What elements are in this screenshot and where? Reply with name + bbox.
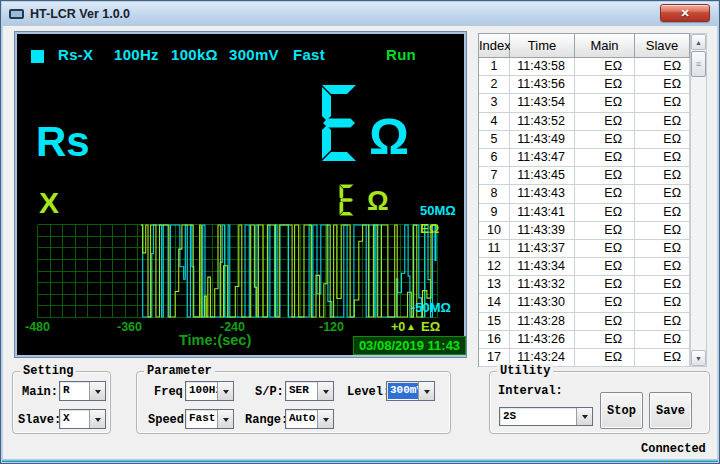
table-row[interactable]: 411:43:52EΩEΩ [479, 113, 690, 131]
table-row[interactable]: 311:43:54EΩEΩ [479, 94, 690, 112]
cell-time: 11:43:45 [510, 167, 575, 185]
cell-index: 15 [479, 313, 510, 331]
cell-time: 11:43:54 [510, 94, 575, 112]
slave-overload-E-seven-segment [339, 184, 354, 216]
title-bar: HT-LCR Ver 1.0.0 [2, 2, 718, 26]
cell-main: EΩ [575, 258, 635, 276]
level-combobox[interactable]: 300mV [386, 381, 435, 401]
scale-bottom-label: -50MΩ [411, 300, 451, 315]
cell-index: 14 [479, 294, 510, 312]
cell-slave: EΩ [635, 113, 690, 131]
header-time[interactable]: Time [510, 34, 575, 58]
cell-main: EΩ [575, 58, 635, 76]
cell-main: EΩ [575, 240, 635, 258]
table-row[interactable]: 211:43:56EΩEΩ [479, 76, 690, 94]
cell-slave: EΩ [635, 276, 690, 294]
cell-time: 11:43:56 [510, 76, 575, 94]
dropdown-arrow-icon[interactable] [317, 382, 333, 400]
cell-index: 16 [479, 331, 510, 349]
cell-slave: EΩ [635, 258, 690, 276]
cell-slave: EΩ [635, 240, 690, 258]
cell-time: 11:43:43 [510, 185, 575, 203]
setting-groupbox: Setting Main: R Slave: X [12, 371, 111, 434]
table-row[interactable]: 911:43:41EΩEΩ [479, 204, 690, 222]
sp-label: S/P: [255, 385, 284, 399]
cell-time: 11:43:34 [510, 258, 575, 276]
cell-time: 11:43:26 [510, 331, 575, 349]
cell-slave: EΩ [635, 131, 690, 149]
close-button[interactable]: ✕ [660, 4, 710, 22]
lcd-display: Rs-X 100Hz 100kΩ 300mV Fast Run Rs Ω X [15, 32, 466, 357]
interval-label: Interval: [498, 384, 563, 398]
sp-combobox[interactable]: SER [285, 381, 334, 401]
table-row[interactable]: 111:43:58EΩEΩ [479, 58, 690, 76]
cell-slave: EΩ [635, 185, 690, 203]
scroll-down-icon[interactable]: ▼ [691, 350, 706, 366]
dropdown-arrow-icon[interactable] [418, 382, 434, 400]
dropdown-arrow-icon[interactable] [217, 410, 233, 428]
x-tick-label: -360 [117, 320, 142, 334]
dropdown-arrow-icon[interactable] [89, 410, 105, 428]
dropdown-arrow-icon[interactable] [217, 382, 233, 400]
status-frequency: 100Hz [114, 46, 159, 63]
cell-slave: EΩ [635, 331, 690, 349]
cell-time: 11:43:47 [510, 149, 575, 167]
table-row[interactable]: 1011:43:39EΩEΩ [479, 222, 690, 240]
cell-index: 2 [479, 76, 510, 94]
save-button[interactable]: Save [649, 392, 692, 429]
cell-time: 11:43:49 [510, 131, 575, 149]
connection-status: Connected [641, 442, 706, 456]
scale-top-label: 50MΩ [420, 203, 456, 218]
cell-main: EΩ [575, 294, 635, 312]
cell-time: 11:43:32 [510, 276, 575, 294]
cell-slave: EΩ [635, 76, 690, 94]
status-speed: Fast [293, 46, 325, 63]
dropdown-arrow-icon[interactable] [576, 408, 592, 425]
table-row[interactable]: 1411:43:30EΩEΩ [479, 294, 690, 312]
table-row[interactable]: 1211:43:34EΩEΩ [479, 258, 690, 276]
app-icon [9, 9, 24, 19]
interval-combobox[interactable]: 2S [499, 407, 593, 426]
cell-main: EΩ [575, 349, 635, 367]
table-row[interactable]: 711:43:45EΩEΩ [479, 167, 690, 185]
table-row[interactable]: 811:43:43EΩEΩ [479, 185, 690, 203]
cell-index: 12 [479, 258, 510, 276]
app-window: HT-LCR Ver 1.0.0 ✕ Rs-X 100Hz 100kΩ 300m… [0, 0, 720, 464]
scroll-thumb[interactable]: ≡ [691, 51, 706, 77]
table-row[interactable]: 1611:43:26EΩEΩ [479, 331, 690, 349]
main-select-combobox[interactable]: R [59, 381, 106, 401]
freq-combobox[interactable]: 100Hz [185, 381, 234, 401]
table-row[interactable]: 1111:43:37EΩEΩ [479, 240, 690, 258]
range-label: Range: [245, 413, 288, 427]
cell-time: 11:43:58 [510, 58, 575, 76]
header-index[interactable]: Index [479, 34, 510, 58]
cell-main: EΩ [575, 76, 635, 94]
stop-button[interactable]: Stop [600, 392, 643, 429]
cell-slave: EΩ [635, 204, 690, 222]
x-tick-label: -480 [25, 320, 50, 334]
status-level: 300mV [229, 46, 279, 63]
header-main[interactable]: Main [575, 34, 635, 58]
speed-combobox[interactable]: Fast [185, 409, 234, 429]
table-row[interactable]: 611:43:47EΩEΩ [479, 149, 690, 167]
axis-end-marker-icon: ▲ [406, 321, 416, 332]
cell-main: EΩ [575, 313, 635, 331]
vertical-scrollbar[interactable]: ▲ ≡ ▼ [690, 33, 707, 367]
parameter-groupbox: Parameter Freq: 100Hz S/P: SER Level: 30… [136, 371, 451, 434]
dropdown-arrow-icon[interactable] [89, 382, 105, 400]
cell-slave: EΩ [635, 94, 690, 112]
window-title: HT-LCR Ver 1.0.0 [30, 7, 130, 21]
cell-time: 11:43:37 [510, 240, 575, 258]
cell-main: EΩ [575, 167, 635, 185]
table-row[interactable]: 1311:43:32EΩEΩ [479, 276, 690, 294]
level-label: Level: [347, 385, 390, 399]
slave-select-combobox[interactable]: X [59, 409, 106, 429]
table-row[interactable]: 1511:43:28EΩEΩ [479, 313, 690, 331]
table-row[interactable]: 511:43:49EΩEΩ [479, 131, 690, 149]
range-combobox[interactable]: Auto [285, 409, 334, 429]
header-slave[interactable]: Slave [635, 34, 690, 58]
scroll-up-icon[interactable]: ▲ [691, 34, 706, 50]
cell-main: EΩ [575, 149, 635, 167]
cell-main: EΩ [575, 94, 635, 112]
dropdown-arrow-icon[interactable] [317, 410, 333, 428]
